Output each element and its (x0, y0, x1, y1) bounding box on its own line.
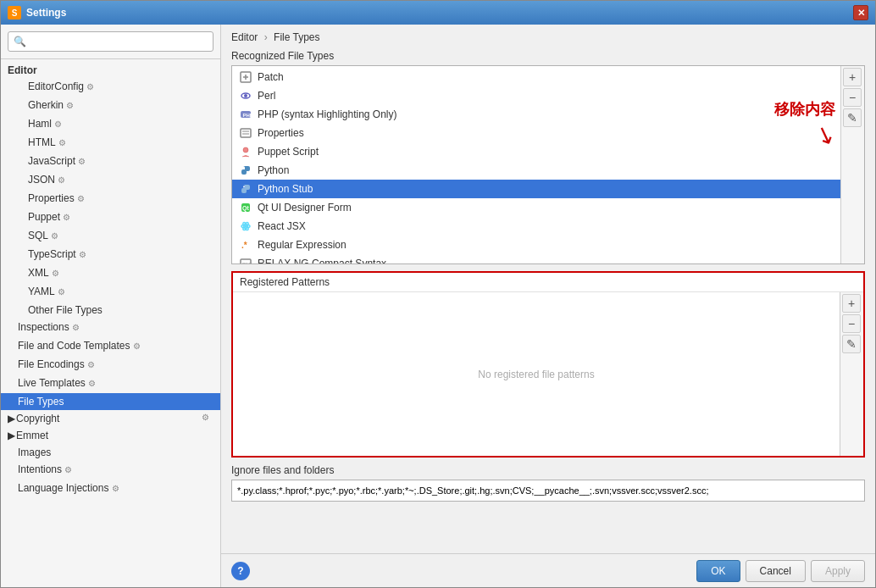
svg-text:.*: .* (241, 241, 247, 250)
file-types-panel: Patch Perl (231, 65, 865, 264)
gear-icon: ⚙ (78, 157, 90, 169)
file-type-react[interactable]: React JSX (232, 217, 840, 236)
title-bar-left: S Settings (8, 6, 66, 19)
svg-text:PHP: PHP (243, 113, 252, 118)
file-type-php[interactable]: PHP PHP (syntax Highlighting Only) (232, 105, 840, 124)
sidebar-item-file-and-code-templates[interactable]: File and Code Templates ⚙ (1, 337, 220, 356)
breadcrumb-parent: Editor (231, 31, 258, 43)
sidebar-item-sql[interactable]: SQL ⚙ (1, 227, 220, 246)
remove-file-type-button[interactable]: − (843, 88, 862, 107)
sidebar-item-json[interactable]: JSON ⚙ (1, 171, 220, 190)
recognized-file-types-label: Recognized File Types (231, 50, 865, 62)
sidebar-item-copyright[interactable]: ▶ Copyright ⚙ (1, 410, 220, 427)
remove-pattern-button[interactable]: − (842, 314, 861, 333)
breadcrumb-separator: › (264, 31, 268, 43)
edit-pattern-button[interactable]: ✎ (842, 335, 861, 353)
gear-icon: ⚙ (86, 82, 98, 94)
patterns-list: No registered file patterns (233, 292, 840, 456)
sidebar-item-typescript[interactable]: TypeScript ⚙ (1, 246, 220, 264)
edit-file-type-button[interactable]: ✎ (843, 108, 862, 127)
sidebar-item-gherkin[interactable]: Gherkin ⚙ (1, 97, 220, 115)
file-type-patch-label: Patch (258, 71, 284, 83)
help-button[interactable]: ? (231, 562, 250, 580)
ignore-label: Ignore files and folders (231, 464, 865, 476)
file-type-relax[interactable]: RNG RELAX NG Compact Syntax (232, 254, 840, 263)
main-panel: Editor › File Types Recognized File Type… (221, 25, 875, 587)
file-type-patch[interactable]: Patch (232, 68, 840, 86)
sidebar-item-live-templates[interactable]: Live Templates ⚙ (1, 374, 220, 393)
file-type-python[interactable]: Python (232, 161, 840, 180)
breadcrumb: Editor › File Types (221, 25, 875, 50)
sidebar-item-other-file-types[interactable]: Other File Types (1, 302, 220, 319)
file-type-properties[interactable]: Properties (232, 124, 840, 142)
gear-icon: ⚙ (64, 465, 76, 477)
no-patterns-text: No registered file patterns (478, 369, 594, 380)
file-type-perl[interactable]: Perl (232, 86, 840, 105)
sidebar-item-haml[interactable]: Haml ⚙ (1, 115, 220, 134)
sidebar-item-html[interactable]: HTML ⚙ (1, 134, 220, 153)
gear-icon: ⚙ (54, 119, 66, 131)
sidebar-item-javascript[interactable]: JavaScript ⚙ (1, 153, 220, 171)
gear-icon: ⚙ (58, 175, 69, 187)
apply-button[interactable]: Apply (811, 560, 865, 582)
close-button[interactable]: ✕ (853, 5, 868, 20)
sidebar-item-language-injections[interactable]: Language Injections ⚙ (1, 480, 220, 498)
gear-icon: ⚙ (133, 341, 145, 353)
python-stub-icon (239, 182, 252, 196)
file-type-puppet[interactable]: Puppet Script (232, 142, 840, 161)
gear-icon: ⚙ (66, 101, 78, 113)
add-pattern-button[interactable]: + (842, 294, 861, 313)
ok-button[interactable]: OK (696, 560, 740, 582)
file-type-python-label: Python (258, 164, 289, 176)
sidebar-item-emmet[interactable]: ▶ Emmet (1, 427, 220, 444)
gear-icon: ⚙ (202, 413, 213, 424)
main-content: Recognized File Types Patch (221, 50, 875, 553)
sidebar-item-file-encodings[interactable]: File Encodings ⚙ (1, 356, 220, 374)
file-types-side-buttons: + − ✎ (840, 66, 864, 263)
qt-icon: Qt (239, 201, 252, 214)
gear-icon: ⚙ (88, 379, 100, 391)
file-type-qt-ui[interactable]: Qt Qt UI Designer Form (232, 198, 840, 217)
file-type-python-stub-label: Python Stub (258, 183, 313, 195)
registered-patterns-panel: Registered Patterns No registered file p… (231, 271, 865, 458)
svg-point-4 (244, 94, 247, 97)
sidebar-item-inspections[interactable]: Inspections ⚙ (1, 319, 220, 337)
regex-icon: .* (239, 238, 252, 252)
sidebar-item-editorconfig[interactable]: EditorConfig ⚙ (1, 78, 220, 97)
php-icon: PHP (239, 108, 252, 121)
expand-icon: ▶ (8, 430, 16, 441)
registered-patterns-label: Registered Patterns (233, 273, 863, 292)
search-input[interactable] (8, 31, 213, 52)
gear-icon: ⚙ (58, 287, 69, 299)
svg-point-12 (243, 186, 245, 188)
sidebar-item-yaml[interactable]: YAML ⚙ (1, 283, 220, 302)
gear-icon: ⚙ (72, 323, 84, 335)
file-type-php-label: PHP (syntax Highlighting Only) (258, 108, 397, 120)
perl-icon (239, 89, 252, 103)
sidebar-item-puppet[interactable]: Puppet ⚙ (1, 208, 220, 227)
properties-icon (239, 126, 252, 140)
gear-icon: ⚙ (112, 484, 124, 496)
sidebar-item-intentions[interactable]: Intentions ⚙ (1, 461, 220, 480)
sidebar-item-xml[interactable]: XML ⚙ (1, 264, 220, 283)
file-type-python-stub[interactable]: Python Stub (232, 180, 840, 198)
patch-icon (239, 70, 252, 84)
add-file-type-button[interactable]: + (843, 68, 862, 86)
sidebar-item-file-types[interactable]: File Types (1, 393, 220, 410)
settings-window: S Settings ✕ Editor EditorConfig ⚙ Gherk… (0, 0, 876, 588)
sidebar-item-properties[interactable]: Properties ⚙ (1, 190, 220, 208)
gear-icon: ⚙ (77, 194, 89, 206)
gear-icon: ⚙ (79, 250, 91, 262)
puppet-icon (239, 145, 252, 158)
file-types-list[interactable]: Patch Perl (232, 66, 840, 263)
file-type-react-label: React JSX (258, 220, 306, 232)
file-type-regex[interactable]: .* Regular Expression (232, 236, 840, 254)
cancel-button[interactable]: Cancel (746, 560, 806, 582)
python-icon (239, 164, 252, 177)
file-types-outer: Patch Perl (231, 65, 865, 264)
patterns-side-buttons: + − ✎ (840, 292, 863, 456)
ignore-input[interactable] (231, 480, 865, 502)
relax-icon: RNG (239, 257, 252, 263)
sidebar-item-images[interactable]: Images (1, 444, 220, 461)
patterns-content: No registered file patterns + − ✎ (233, 292, 863, 456)
